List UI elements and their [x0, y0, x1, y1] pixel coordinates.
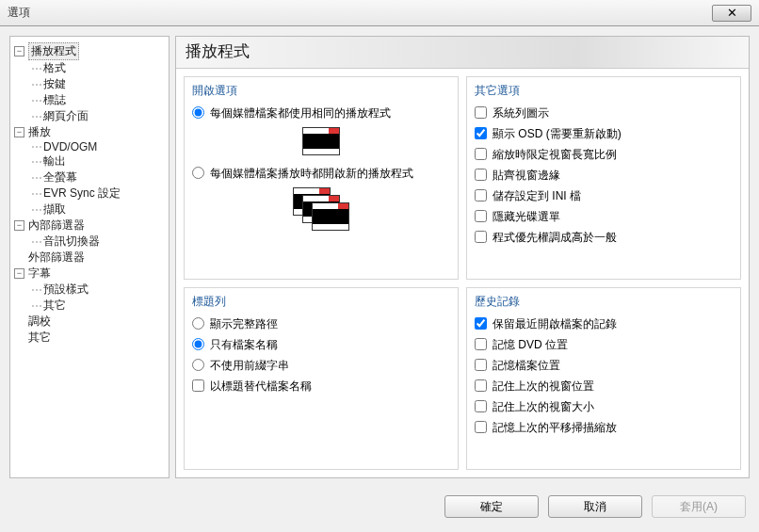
- single-window-icon: [302, 127, 340, 155]
- checkbox-input[interactable]: [475, 400, 487, 412]
- titlebar: 選項 ✕: [0, 0, 759, 26]
- option-label: 以標題替代檔案名稱: [210, 378, 312, 395]
- tree-item-keys[interactable]: 按鍵: [43, 76, 66, 92]
- checkbox-input[interactable]: [475, 231, 487, 243]
- radio-fullpath[interactable]: 顯示完整路徑: [192, 315, 450, 332]
- ok-button[interactable]: 確定: [444, 495, 539, 518]
- tree-item-playback[interactable]: 播放: [28, 124, 51, 140]
- option-label: 儲存設定到 INI 檔: [493, 187, 581, 204]
- check-hide-cd[interactable]: 隱藏光碟選單: [475, 208, 733, 225]
- tree-item-logo[interactable]: 標誌: [43, 92, 66, 108]
- tree-item-tweaks[interactable]: 調校: [28, 314, 51, 330]
- check-remember-pns[interactable]: 記憶上次的平移掃描縮放: [475, 419, 733, 436]
- checkbox-input[interactable]: [475, 421, 487, 433]
- check-limit-ar[interactable]: 縮放時限定視窗長寬比例: [475, 146, 733, 163]
- dialog-button-bar: 確定 取消 套用(A): [0, 488, 759, 525]
- option-label: 不使用前綴字串: [210, 357, 289, 374]
- settings-page: 播放程式 開啟選項 每個媒體檔案都使用相同的播放程式 每個媒體檔案播放時都開啟新…: [175, 36, 750, 478]
- option-label: 保留最近開啟檔案的記錄: [493, 315, 617, 332]
- option-label: 系統列圖示: [493, 105, 549, 121]
- tree-item-internal-filters[interactable]: 內部篩選器: [28, 218, 85, 234]
- check-snap-edge[interactable]: 貼齊視窗邊緣: [475, 167, 733, 184]
- tree-item-sub-misc[interactable]: 其它: [43, 298, 66, 314]
- tree-item-subtitles[interactable]: 字幕: [28, 266, 51, 282]
- option-label: 縮放時限定視窗長寬比例: [493, 146, 617, 163]
- close-button[interactable]: ✕: [712, 5, 751, 22]
- option-label: 隱藏光碟選單: [493, 208, 560, 225]
- checkbox-input[interactable]: [475, 189, 487, 202]
- radio-new-player[interactable]: 每個媒體檔案播放時都開啟新的播放程式: [192, 165, 450, 182]
- check-remember-winpos[interactable]: 記住上次的視窗位置: [475, 378, 733, 395]
- checkbox-input[interactable]: [475, 338, 487, 350]
- tree-item-audioswitcher[interactable]: 音訊切換器: [43, 234, 100, 250]
- multi-window-icon: [293, 187, 349, 231]
- tree-toggle-icon[interactable]: −: [14, 220, 24, 231]
- apply-button[interactable]: 套用(A): [652, 495, 746, 518]
- group-title: 其它選項: [475, 83, 733, 99]
- group-title: 標題列: [192, 294, 450, 310]
- tree-item-player[interactable]: 播放程式: [28, 42, 79, 60]
- group-history: 歷史記錄 保留最近開啟檔案的記錄 記憶 DVD 位置 記憶檔案位置 記住上次的視…: [466, 287, 741, 470]
- tree-item-evrsync[interactable]: EVR Sync 設定: [43, 185, 121, 202]
- check-tray-icon[interactable]: 系統列圖示: [475, 105, 733, 121]
- option-label: 顯示完整路徑: [210, 315, 278, 332]
- radio-same-player[interactable]: 每個媒體檔案都使用相同的播放程式: [192, 105, 450, 121]
- check-remember-winsize[interactable]: 記住上次的視窗大小: [475, 398, 733, 415]
- radio-input[interactable]: [192, 338, 204, 350]
- option-label: 記住上次的視窗大小: [493, 398, 594, 415]
- tree-item-fullscreen[interactable]: 全螢幕: [43, 169, 77, 185]
- tree-toggle-icon[interactable]: −: [14, 268, 24, 279]
- cancel-button[interactable]: 取消: [548, 495, 642, 518]
- check-keep-recent[interactable]: 保留最近開啟檔案的記錄: [475, 315, 733, 332]
- group-open-options: 開啟選項 每個媒體檔案都使用相同的播放程式 每個媒體檔案播放時都開啟新的播放程式: [184, 76, 459, 280]
- option-label: 貼齊視窗邊緣: [493, 167, 560, 184]
- tree-item-webif[interactable]: 網頁介面: [43, 108, 89, 124]
- radio-input[interactable]: [192, 106, 204, 119]
- check-remember-filepos[interactable]: 記憶檔案位置: [475, 357, 733, 374]
- close-icon: ✕: [727, 6, 737, 20]
- radio-input[interactable]: [192, 167, 204, 179]
- tree-item-external-filters[interactable]: 外部篩選器: [28, 250, 85, 266]
- checkbox-input[interactable]: [475, 106, 487, 119]
- tree-item-output[interactable]: 輸出: [43, 153, 66, 169]
- checkbox-input[interactable]: [475, 210, 487, 222]
- option-label: 記憶 DVD 位置: [493, 336, 568, 353]
- option-label: 每個媒體檔案播放時都開啟新的播放程式: [210, 165, 413, 182]
- tree-toggle-icon[interactable]: −: [14, 127, 24, 137]
- checkbox-input[interactable]: [475, 127, 487, 139]
- category-tree[interactable]: − 播放程式 ⋯格式 ⋯按鍵 ⋯標誌 ⋯網頁介面 − 播放 ⋯DVD/OGM ⋯…: [9, 36, 170, 478]
- checkbox-input[interactable]: [475, 379, 487, 392]
- tree-item-capture[interactable]: 擷取: [43, 202, 66, 218]
- page-title: 播放程式: [176, 37, 749, 69]
- tree-item-defaultstyle[interactable]: 預設樣式: [43, 282, 89, 298]
- radio-noprefix[interactable]: 不使用前綴字串: [192, 357, 450, 374]
- option-label: 記憶檔案位置: [493, 357, 560, 374]
- group-titlebar: 標題列 顯示完整路徑 只有檔案名稱 不使用前綴字串 以標題替代檔案名稱: [184, 287, 459, 470]
- check-title-replace[interactable]: 以標題替代檔案名稱: [192, 378, 450, 395]
- check-remember-dvdpos[interactable]: 記憶 DVD 位置: [475, 336, 733, 353]
- option-label: 顯示 OSD (需要重新啟動): [493, 125, 622, 142]
- radio-input[interactable]: [192, 317, 204, 330]
- option-label: 程式優先權調成高於一般: [493, 229, 617, 246]
- checkbox-input[interactable]: [475, 359, 487, 371]
- checkbox-input[interactable]: [475, 148, 487, 160]
- checkbox-input[interactable]: [475, 169, 487, 181]
- check-save-ini[interactable]: 儲存設定到 INI 檔: [475, 187, 733, 204]
- option-label: 記住上次的視窗位置: [493, 378, 594, 395]
- group-title: 歷史記錄: [475, 294, 733, 310]
- option-label: 只有檔案名稱: [210, 336, 278, 353]
- group-other-options: 其它選項 系統列圖示 顯示 OSD (需要重新啟動) 縮放時限定視窗長寬比例 貼…: [466, 76, 741, 280]
- radio-nameonly[interactable]: 只有檔案名稱: [192, 336, 450, 353]
- checkbox-input[interactable]: [192, 379, 204, 392]
- tree-item-other[interactable]: 其它: [28, 330, 51, 346]
- tree-item-dvdogm[interactable]: DVD/OGM: [43, 140, 97, 153]
- group-title: 開啟選項: [192, 83, 450, 99]
- tree-toggle-icon[interactable]: −: [14, 46, 24, 56]
- check-show-osd[interactable]: 顯示 OSD (需要重新啟動): [475, 125, 733, 142]
- option-label: 記憶上次的平移掃描縮放: [493, 419, 617, 436]
- check-priority[interactable]: 程式優先權調成高於一般: [475, 229, 733, 246]
- option-label: 每個媒體檔案都使用相同的播放程式: [210, 105, 391, 121]
- radio-input[interactable]: [192, 359, 204, 371]
- checkbox-input[interactable]: [475, 317, 487, 330]
- tree-item-formats[interactable]: 格式: [43, 60, 66, 76]
